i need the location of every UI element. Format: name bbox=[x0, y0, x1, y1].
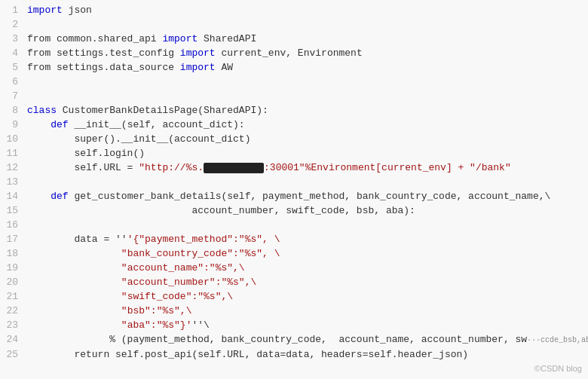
line-content bbox=[27, 75, 588, 89]
code-lines: 1 import json 2 3 from common.shared_api… bbox=[0, 0, 588, 365]
line-number: 11 bbox=[0, 146, 27, 160]
line-number: 23 bbox=[0, 318, 27, 332]
line-content: self.URL = "http://%s.:30001"%Environmen… bbox=[27, 160, 588, 175]
line-number: 2 bbox=[0, 17, 27, 32]
line-content: "bank_country_code":"%s", \ bbox=[27, 246, 588, 261]
code-line: 8 class CustomerBankDetailsPage(SharedAP… bbox=[0, 103, 588, 118]
code-line: 22 "bsb":"%s",\ bbox=[0, 304, 588, 318]
line-number: 24 bbox=[0, 332, 27, 347]
code-line: 9 def __init__(self, account_dict): bbox=[0, 118, 588, 132]
line-number: 15 bbox=[0, 203, 27, 218]
line-content: "bsb":"%s",\ bbox=[27, 304, 588, 318]
line-content: from settings.data_source import AW bbox=[27, 60, 588, 75]
line-number: 1 bbox=[0, 3, 27, 17]
line-number: 13 bbox=[0, 175, 27, 189]
line-number: 3 bbox=[0, 32, 27, 46]
code-line: 24 % (payment_method, bank_country_code,… bbox=[0, 332, 588, 347]
line-content: "aba":"%s"}'''\ bbox=[27, 318, 588, 332]
line-number: 18 bbox=[0, 246, 27, 261]
line-number: 21 bbox=[0, 289, 27, 304]
code-editor: 1 import json 2 3 from common.shared_api… bbox=[0, 0, 588, 379]
line-content: import json bbox=[27, 3, 588, 17]
line-content: def __init__(self, account_dict): bbox=[27, 118, 588, 132]
line-number: 25 bbox=[0, 347, 27, 362]
line-number: 9 bbox=[0, 118, 27, 132]
line-number: 16 bbox=[0, 218, 27, 232]
code-line: 20 "account_number":"%s",\ bbox=[0, 275, 588, 289]
watermark: ©CSDN blog bbox=[534, 364, 582, 373]
code-line: 13 bbox=[0, 175, 588, 189]
code-line: 6 bbox=[0, 75, 588, 89]
code-line: 16 bbox=[0, 218, 588, 232]
code-line: 17 data = '''{"payment_method":"%s", \ bbox=[0, 232, 588, 246]
code-line: 15 account_number, swift_code, bsb, aba)… bbox=[0, 203, 588, 218]
line-number: 12 bbox=[0, 160, 27, 175]
line-content: from settings.test_config import current… bbox=[27, 46, 588, 60]
line-content bbox=[27, 17, 588, 32]
line-content: class CustomerBankDetailsPage(SharedAPI)… bbox=[27, 103, 588, 118]
line-content: self.login() bbox=[27, 146, 588, 160]
line-number: 6 bbox=[0, 75, 27, 89]
code-line: 2 bbox=[0, 17, 588, 32]
code-line: 10 super().__init__(account_dict) bbox=[0, 132, 588, 146]
code-line: 19 "account_name":"%s",\ bbox=[0, 261, 588, 275]
line-content: "account_name":"%s",\ bbox=[27, 261, 588, 275]
code-line: 4 from settings.test_config import curre… bbox=[0, 46, 588, 60]
line-number: 7 bbox=[0, 89, 27, 103]
code-line: 7 bbox=[0, 89, 588, 103]
code-line: 21 "swift_code":"%s",\ bbox=[0, 289, 588, 304]
line-content bbox=[27, 89, 588, 103]
code-line: 5 from settings.data_source import AW bbox=[0, 60, 588, 75]
line-number: 8 bbox=[0, 103, 27, 118]
line-content bbox=[27, 175, 588, 189]
line-number: 20 bbox=[0, 275, 27, 289]
line-number: 4 bbox=[0, 46, 27, 60]
code-line: 14 def get_customer_bank_details(self, p… bbox=[0, 189, 588, 203]
code-line: 3 from common.shared_api import SharedAP… bbox=[0, 32, 588, 46]
line-number: 5 bbox=[0, 60, 27, 75]
line-content: account_number, swift_code, bsb, aba): bbox=[27, 203, 588, 218]
line-content: from common.shared_api import SharedAPI bbox=[27, 32, 588, 46]
line-number: 19 bbox=[0, 261, 27, 275]
line-number: 22 bbox=[0, 304, 27, 318]
line-content bbox=[27, 218, 588, 232]
code-line: 23 "aba":"%s"}'''\ bbox=[0, 318, 588, 332]
line-number: 10 bbox=[0, 132, 27, 146]
code-line: 18 "bank_country_code":"%s", \ bbox=[0, 246, 588, 261]
line-number: 14 bbox=[0, 189, 27, 203]
code-line: 1 import json bbox=[0, 3, 588, 17]
line-content: def get_customer_bank_details(self, paym… bbox=[27, 189, 588, 203]
line-number: 17 bbox=[0, 232, 27, 246]
code-line: 11 self.login() bbox=[0, 146, 588, 160]
code-line: 25 return self.post_api(self.URL, data=d… bbox=[0, 347, 588, 362]
line-content: % (payment_method, bank_country_code, ac… bbox=[27, 332, 588, 347]
code-line: 12 self.URL = "http://%s.:30001"%Environ… bbox=[0, 160, 588, 175]
line-content: "swift_code":"%s",\ bbox=[27, 289, 588, 304]
line-content: return self.post_api(self.URL, data=data… bbox=[27, 347, 588, 362]
line-content: super().__init__(account_dict) bbox=[27, 132, 588, 146]
line-content: data = '''{"payment_method":"%s", \ bbox=[27, 232, 588, 246]
line-content: "account_number":"%s",\ bbox=[27, 275, 588, 289]
